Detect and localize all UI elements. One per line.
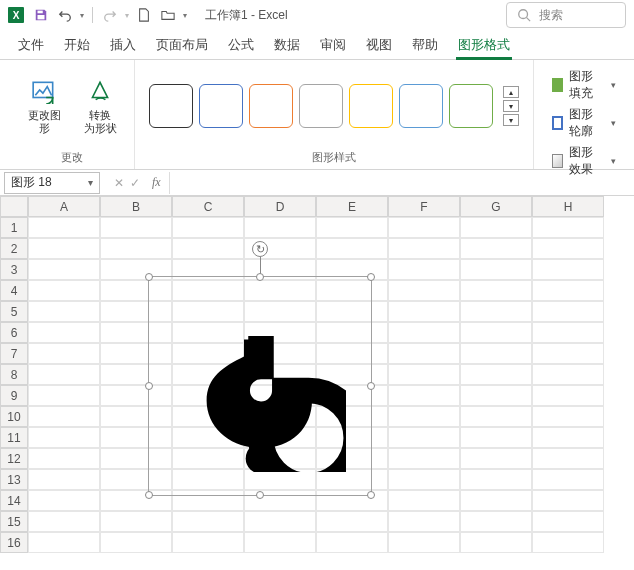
cell[interactable] [28, 532, 100, 553]
cell[interactable] [28, 511, 100, 532]
tab-formulas[interactable]: 公式 [218, 30, 264, 59]
cell[interactable] [388, 385, 460, 406]
row-header[interactable]: 2 [0, 238, 28, 259]
cell[interactable] [388, 322, 460, 343]
cell[interactable] [460, 511, 532, 532]
style-swatch-4[interactable] [299, 84, 343, 128]
cell[interactable] [388, 301, 460, 322]
handle-ne[interactable] [367, 273, 375, 281]
style-swatch-2[interactable] [199, 84, 243, 128]
handle-nw[interactable] [145, 273, 153, 281]
cell[interactable] [172, 511, 244, 532]
name-box[interactable]: 图形 18 ▾ [4, 172, 100, 194]
cell[interactable] [100, 238, 172, 259]
cell[interactable] [388, 532, 460, 553]
cell[interactable] [532, 511, 604, 532]
col-header[interactable]: G [460, 196, 532, 217]
row-header[interactable]: 12 [0, 448, 28, 469]
search-box[interactable]: 搜索 [506, 2, 626, 28]
cell[interactable] [388, 427, 460, 448]
cell[interactable] [388, 406, 460, 427]
cell[interactable] [388, 364, 460, 385]
cell[interactable] [532, 301, 604, 322]
confirm-formula-button[interactable]: ✓ [130, 176, 140, 190]
cell[interactable] [388, 511, 460, 532]
cell[interactable] [28, 364, 100, 385]
col-header[interactable]: F [388, 196, 460, 217]
cell[interactable] [460, 427, 532, 448]
cell[interactable] [28, 406, 100, 427]
cell[interactable] [532, 448, 604, 469]
change-graphic-button[interactable]: 更改图 形 [20, 73, 68, 139]
cell[interactable] [460, 385, 532, 406]
cell[interactable] [172, 238, 244, 259]
fx-icon[interactable]: fx [152, 175, 161, 190]
question-mark-shape[interactable] [176, 302, 346, 472]
handle-s[interactable] [256, 491, 264, 499]
shape-fill-button[interactable]: 图形填充 ▾ [552, 68, 616, 102]
rotate-handle[interactable] [252, 241, 268, 257]
cell[interactable] [28, 448, 100, 469]
row-header[interactable]: 9 [0, 385, 28, 406]
gallery-up[interactable]: ▴ [503, 86, 519, 98]
gallery-more[interactable]: ▾ [503, 114, 519, 126]
cell[interactable] [28, 301, 100, 322]
cell[interactable] [316, 238, 388, 259]
tab-view[interactable]: 视图 [356, 30, 402, 59]
cell[interactable] [460, 448, 532, 469]
cell[interactable] [28, 385, 100, 406]
row-header[interactable]: 14 [0, 490, 28, 511]
col-header[interactable]: D [244, 196, 316, 217]
tab-home[interactable]: 开始 [54, 30, 100, 59]
cell[interactable] [388, 217, 460, 238]
redo-dropdown[interactable]: ▾ [125, 11, 129, 20]
undo-dropdown[interactable]: ▾ [80, 11, 84, 20]
row-header[interactable]: 7 [0, 343, 28, 364]
cell[interactable] [532, 322, 604, 343]
cell[interactable] [388, 280, 460, 301]
row-header[interactable]: 8 [0, 364, 28, 385]
col-header[interactable]: C [172, 196, 244, 217]
tab-review[interactable]: 审阅 [310, 30, 356, 59]
row-header[interactable]: 1 [0, 217, 28, 238]
col-header[interactable]: E [316, 196, 388, 217]
style-swatch-1[interactable] [149, 84, 193, 128]
col-header[interactable]: H [532, 196, 604, 217]
tab-graphics-format[interactable]: 图形格式 [448, 30, 520, 59]
open-file-button[interactable] [159, 6, 177, 24]
cell[interactable] [388, 490, 460, 511]
cell[interactable] [460, 280, 532, 301]
cell[interactable] [460, 217, 532, 238]
cell[interactable] [460, 301, 532, 322]
handle-e[interactable] [367, 382, 375, 390]
row-header[interactable]: 3 [0, 259, 28, 280]
row-header[interactable]: 4 [0, 280, 28, 301]
new-file-button[interactable] [135, 6, 153, 24]
cell[interactable] [28, 427, 100, 448]
redo-button[interactable] [101, 6, 119, 24]
cell[interactable] [460, 406, 532, 427]
cell[interactable] [388, 469, 460, 490]
cell[interactable] [532, 259, 604, 280]
cell[interactable] [532, 343, 604, 364]
qat-customize[interactable]: ▾ [183, 11, 187, 20]
cell[interactable] [532, 364, 604, 385]
formula-bar[interactable] [169, 172, 634, 194]
row-header[interactable]: 10 [0, 406, 28, 427]
handle-w[interactable] [145, 382, 153, 390]
row-header[interactable]: 11 [0, 427, 28, 448]
handle-n[interactable] [256, 273, 264, 281]
row-header[interactable]: 13 [0, 469, 28, 490]
shape-selection[interactable] [148, 276, 372, 496]
gallery-down[interactable]: ▾ [503, 100, 519, 112]
cell[interactable] [28, 259, 100, 280]
style-swatch-5[interactable] [349, 84, 393, 128]
cell[interactable] [100, 532, 172, 553]
tab-file[interactable]: 文件 [8, 30, 54, 59]
row-header[interactable]: 15 [0, 511, 28, 532]
cell[interactable] [460, 532, 532, 553]
cell[interactable] [316, 532, 388, 553]
cell[interactable] [532, 406, 604, 427]
row-header[interactable]: 5 [0, 301, 28, 322]
convert-to-shape-button[interactable]: 转换 为形状 [76, 73, 124, 139]
